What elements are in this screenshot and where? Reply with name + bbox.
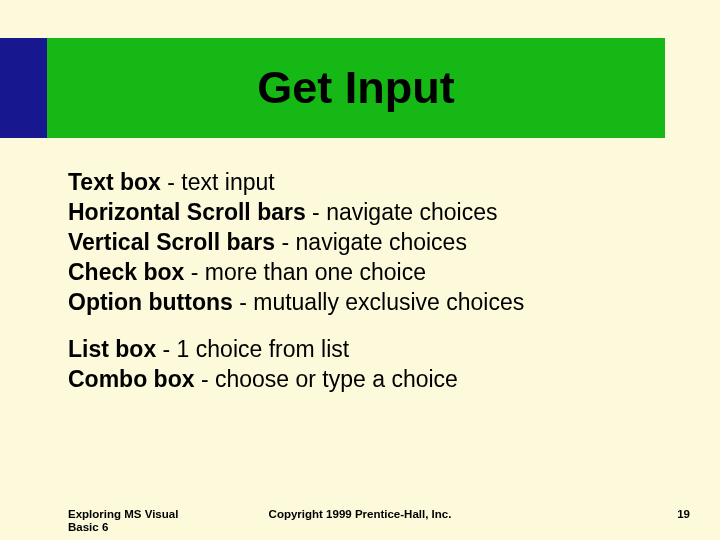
accent-stripe: [0, 38, 47, 138]
item-desc: - mutually exclusive choices: [233, 289, 524, 315]
item-desc: - more than one choice: [184, 259, 426, 285]
slide-title: Get Input: [257, 62, 454, 114]
list-item: Vertical Scroll bars - navigate choices: [68, 228, 668, 258]
title-bar: Get Input: [47, 38, 665, 138]
list-item: List box - 1 choice from list: [68, 335, 668, 365]
item-term: Combo box: [68, 366, 195, 392]
footer-center: Copyright 1999 Prentice-Hall, Inc.: [0, 508, 720, 520]
item-term: List box: [68, 336, 156, 362]
item-desc: - navigate choices: [306, 199, 498, 225]
footer-page-number: 19: [677, 508, 690, 520]
item-desc: - choose or type a choice: [195, 366, 458, 392]
list-item: Text box - text input: [68, 168, 668, 198]
item-desc: - navigate choices: [275, 229, 467, 255]
item-term: Text box: [68, 169, 161, 195]
slide: Get Input Text box - text input Horizont…: [0, 0, 720, 540]
item-term: Horizontal Scroll bars: [68, 199, 306, 225]
list-item: Option buttons - mutually exclusive choi…: [68, 288, 668, 318]
item-desc: - 1 choice from list: [156, 336, 349, 362]
list-item: Combo box - choose or type a choice: [68, 365, 668, 395]
item-term: Option buttons: [68, 289, 233, 315]
item-term: Check box: [68, 259, 184, 285]
item-group-1: Text box - text input Horizontal Scroll …: [68, 168, 668, 317]
item-group-2: List box - 1 choice from list Combo box …: [68, 335, 668, 395]
list-item: Horizontal Scroll bars - navigate choice…: [68, 198, 668, 228]
item-desc: - text input: [161, 169, 275, 195]
slide-body: Text box - text input Horizontal Scroll …: [68, 168, 668, 395]
item-term: Vertical Scroll bars: [68, 229, 275, 255]
list-item: Check box - more than one choice: [68, 258, 668, 288]
